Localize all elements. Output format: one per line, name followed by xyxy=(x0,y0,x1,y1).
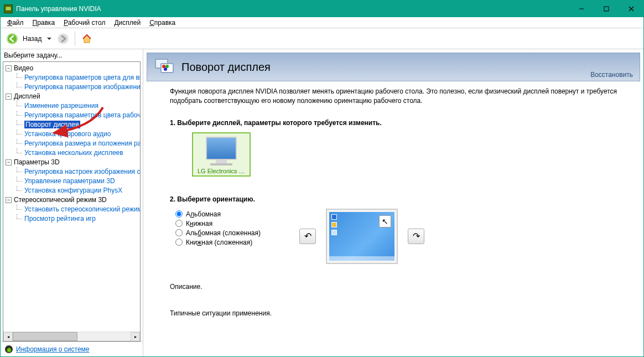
svg-point-5 xyxy=(7,33,18,44)
svg-point-9 xyxy=(162,65,165,68)
preview-monitor: ↖ xyxy=(326,209,398,264)
menu-edit[interactable]: Правка xyxy=(28,18,60,28)
step2-title: 2. Выберите ориентацию. xyxy=(170,195,633,203)
minimize-button[interactable] xyxy=(569,1,594,17)
svg-point-11 xyxy=(164,68,167,71)
tree-item[interactable]: Установка конфигурации PhysX xyxy=(13,186,140,195)
step1-title: 1. Выберите дисплей, параметры которого … xyxy=(170,119,633,127)
tree-item[interactable]: Изменение разрешения xyxy=(13,101,140,110)
tree-item[interactable]: Регулировка размера и положения рабо xyxy=(13,139,140,148)
tree-expander[interactable]: − xyxy=(6,159,12,165)
toolbar-separator xyxy=(75,32,75,46)
page-title: Поворот дисплея xyxy=(181,61,271,74)
monitor-icon xyxy=(206,137,237,160)
tree-group-label: Видео xyxy=(14,64,33,72)
svg-point-10 xyxy=(165,65,169,68)
back-button[interactable] xyxy=(5,32,19,46)
orientation-radio[interactable]: Книжная xyxy=(175,220,261,227)
restore-link[interactable]: Восстановить xyxy=(590,71,633,79)
page-header: Поворот дисплея Восстановить xyxy=(147,53,640,81)
tree-expander[interactable]: − xyxy=(6,197,12,203)
home-button[interactable] xyxy=(80,32,94,46)
left-panel: Выберите задачу... −ВидеоРегулировка пар… xyxy=(1,49,143,356)
tree-expander[interactable]: − xyxy=(6,65,12,71)
menu-desktop[interactable]: Рабочий стол xyxy=(59,18,110,28)
tree-expander[interactable]: − xyxy=(6,94,12,100)
task-label: Выберите задачу... xyxy=(1,49,143,61)
svg-rect-2 xyxy=(604,7,609,11)
system-info-icon: ◉ xyxy=(5,345,13,353)
rotate-indicator-icon: ↖ xyxy=(379,215,391,227)
display-item[interactable]: LG Electronics … xyxy=(192,132,251,177)
scroll-thumb[interactable] xyxy=(13,332,77,341)
tree-group-label: Параметры 3D xyxy=(14,158,60,166)
orientation-radio[interactable]: Книжная (сложенная) xyxy=(175,239,261,246)
menubar: Файл Правка Рабочий стол Дисплей Справка xyxy=(1,17,643,28)
tree-item[interactable]: Просмотр рейтинга игр xyxy=(13,214,140,223)
forward-button[interactable] xyxy=(56,32,70,46)
tree-item[interactable]: Регулировка параметров цвета для вид xyxy=(13,73,140,82)
system-info-link[interactable]: Информация о системе xyxy=(16,345,89,353)
menu-help[interactable]: Справка xyxy=(145,18,180,28)
menu-file[interactable]: Файл xyxy=(3,18,28,28)
tree-scrollbar[interactable]: ◂ ▸ xyxy=(3,332,140,341)
display-name: LG Electronics … xyxy=(198,168,245,174)
orientation-radios: АльбомнаяКнижнаяАльбомная (сложенная)Кни… xyxy=(170,209,261,248)
rotate-ccw-button[interactable]: ↶ xyxy=(299,229,316,244)
svg-point-7 xyxy=(58,33,69,44)
tree-group-label: Стереоскопический режим 3D xyxy=(14,196,107,204)
toolbar: Назад xyxy=(1,28,643,49)
tree-item[interactable]: Установка нескольких дисплеев xyxy=(13,148,140,157)
typical-usage-label: Типичные ситуации применения. xyxy=(170,309,633,317)
app-icon xyxy=(4,4,13,13)
tree-group-label: Дисплей xyxy=(14,92,40,100)
page-header-icon xyxy=(155,59,175,75)
tree-item[interactable]: Поворот дисплея xyxy=(13,120,140,129)
tree-item[interactable]: Установка цифрового аудио xyxy=(13,130,140,138)
content-panel: Поворот дисплея Восстановить Функция пов… xyxy=(143,49,643,356)
scroll-right-icon[interactable]: ▸ xyxy=(131,332,140,342)
tree-item[interactable]: Управление параметрами 3D xyxy=(13,177,140,185)
orientation-radio[interactable]: Альбомная (сложенная) xyxy=(175,229,261,237)
close-button[interactable] xyxy=(619,1,643,17)
task-tree: −ВидеоРегулировка параметров цвета для в… xyxy=(3,61,141,342)
tree-item[interactable]: Регулировка настроек изображения с пр xyxy=(13,167,140,176)
description-section-label: Описание. xyxy=(170,283,633,291)
menu-display[interactable]: Дисплей xyxy=(110,18,145,28)
rotate-cw-button[interactable]: ↷ xyxy=(408,229,424,244)
tree-item[interactable]: Установить стереоскопический режим 3 xyxy=(13,205,140,214)
window-title: Панель управления NVIDIA xyxy=(16,5,569,13)
svg-rect-0 xyxy=(6,7,11,10)
back-label: Назад xyxy=(20,35,44,43)
back-dropdown[interactable] xyxy=(45,32,54,46)
tree-item[interactable]: Регулировка параметров изображения д xyxy=(13,82,140,91)
system-info-row: ◉ Информация о системе xyxy=(1,342,143,356)
maximize-button[interactable] xyxy=(594,1,619,17)
scroll-left-icon[interactable]: ◂ xyxy=(3,332,13,342)
tree-item[interactable]: Регулировка параметров цвета рабочег xyxy=(13,111,140,120)
page-description: Функция поворота дисплея NVIDIA позволяе… xyxy=(170,87,633,106)
titlebar: Панель управления NVIDIA xyxy=(1,1,643,17)
orientation-radio[interactable]: Альбомная xyxy=(175,210,261,218)
